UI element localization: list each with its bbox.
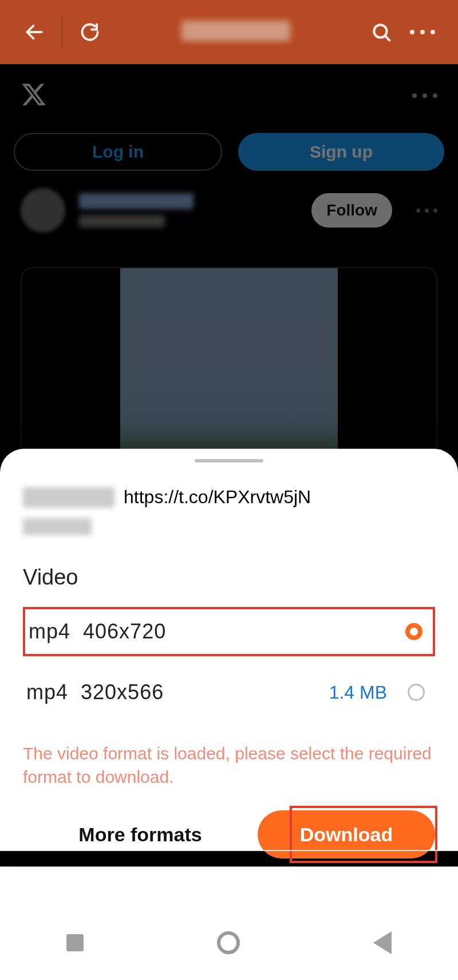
radio-selected-icon[interactable] [405,623,423,640]
signup-button[interactable]: Sign up [238,133,444,171]
video-section-title: Video [23,565,435,590]
svg-line-2 [385,36,390,41]
signup-label: Sign up [310,142,373,162]
post-menu-icon[interactable] [416,209,437,213]
login-label: Log in [92,142,144,162]
radio-unselected-icon[interactable] [408,684,425,701]
more-formats-button[interactable]: More formats [23,824,258,846]
more-formats-label: More formats [78,824,202,845]
video-thumbnail[interactable] [21,267,437,462]
format-notice: The video format is loaded, please selec… [23,742,435,789]
download-label: Download [300,824,393,846]
browser-top-bar [0,0,458,64]
format-option-406x720[interactable]: mp4 406x720 [23,607,435,656]
avatar[interactable] [21,188,65,233]
drag-handle[interactable] [195,459,263,462]
tweet-url: https://t.co/KPXrvtw5jN [124,487,311,508]
divider [0,850,458,851]
back-icon[interactable] [17,15,52,49]
format-option-320x566[interactable]: mp4 320x566 1.4 MB [23,668,435,717]
follow-label: Follow [326,201,377,219]
address-bar[interactable] [107,21,364,44]
login-button[interactable]: Log in [14,133,222,171]
format-text: mp4 320x566 [26,680,329,704]
profile-names [79,193,298,228]
x-logo-icon[interactable] [21,81,47,110]
format-size: 1.4 MB [329,682,387,703]
format-text: mp4 406x720 [29,620,405,644]
tweet-meta: https://t.co/KPXrvtw5jN [23,487,435,508]
recents-icon[interactable] [66,934,84,951]
download-button[interactable]: Download [258,810,435,859]
page-menu-icon[interactable] [412,93,437,98]
refresh-icon[interactable] [73,15,107,49]
follow-button[interactable]: Follow [311,193,392,228]
format-list: mp4 406x720 mp4 320x566 1.4 MB [23,607,435,717]
back-nav-icon[interactable] [373,931,392,954]
divider [62,15,62,49]
download-sheet: https://t.co/KPXrvtw5jN Video mp4 406x72… [0,449,458,850]
system-nav-bar [0,905,458,980]
browser-menu-icon[interactable] [410,30,435,34]
home-icon[interactable] [217,931,240,954]
search-icon[interactable] [364,15,398,49]
